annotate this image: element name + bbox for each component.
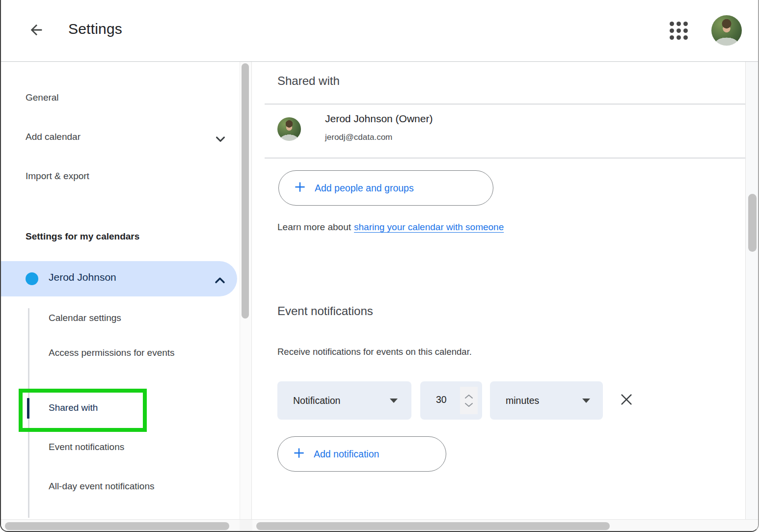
notification-minutes-value: 30: [436, 394, 447, 405]
close-x-icon: [619, 392, 634, 409]
sidebar-horizontal-scrollbar-thumb[interactable]: [5, 522, 229, 530]
page-title: Settings: [68, 21, 122, 37]
calendar-color-dot: [26, 272, 38, 285]
plus-icon: [293, 447, 305, 462]
chevron-down-icon[interactable]: [213, 132, 228, 148]
plus-icon: [294, 181, 306, 196]
settings-window: Settings General Add calendar Import & e…: [0, 0, 759, 532]
caret-down-icon: [582, 399, 590, 403]
sidebar-item-shared-with[interactable]: Shared with: [49, 398, 98, 418]
shared-with-heading: Shared with: [277, 74, 340, 88]
sidebar-item-calendar-settings[interactable]: Calendar settings: [49, 308, 121, 328]
event-notifications-heading: Event notifications: [277, 304, 373, 318]
add-people-label: Add people and groups: [315, 183, 414, 194]
owner-avatar: [277, 117, 301, 141]
main-scrollbar-thumb[interactable]: [748, 194, 757, 252]
notification-type-value: Notification: [293, 395, 340, 406]
sidebar-item-access-permissions[interactable]: Access permissions for events: [49, 343, 201, 363]
sidebar-item-add-calendar[interactable]: Add calendar: [26, 129, 81, 145]
notification-type-select[interactable]: Notification: [277, 381, 411, 420]
active-item-indicator: [27, 398, 29, 419]
notification-unit-value: minutes: [506, 395, 539, 406]
learn-more-prefix: Learn more about: [277, 222, 351, 232]
sidebar-item-import-export[interactable]: Import & export: [26, 168, 89, 184]
main-horizontal-scrollbar-thumb[interactable]: [256, 522, 610, 530]
google-apps-grid-icon[interactable]: [669, 21, 688, 40]
add-notification-button[interactable]: Add notification: [277, 436, 446, 472]
stepper-down-icon[interactable]: [464, 402, 473, 407]
sidebar-section-title: Settings for my calendars: [26, 231, 139, 242]
number-stepper[interactable]: [460, 387, 478, 414]
notification-unit-select[interactable]: minutes: [490, 381, 603, 420]
sidebar-item-event-notifications[interactable]: Event notifications: [49, 437, 124, 457]
account-avatar[interactable]: [711, 15, 742, 46]
notification-minutes-input[interactable]: 30: [420, 381, 482, 420]
remove-notification-button[interactable]: [617, 390, 636, 410]
sidebar-item-general[interactable]: General: [26, 90, 59, 106]
calendar-name: Jerod Johnson: [49, 271, 116, 283]
event-notifications-description: Receive notifications for events on this…: [277, 346, 472, 357]
divider: [265, 158, 745, 159]
sidebar-scrollbar-track[interactable]: [240, 62, 252, 519]
owner-name: Jerod Johnson (Owner): [325, 113, 433, 125]
add-notification-label: Add notification: [314, 449, 379, 460]
bottom-scrollbar-area: [1, 519, 758, 532]
chevron-up-icon[interactable]: [212, 273, 228, 291]
learn-more-text: Learn more aboutsharing your calendar wi…: [277, 222, 504, 233]
sidebar-scrollbar-thumb[interactable]: [242, 63, 249, 319]
sidebar-calendar-jerod-johnson[interactable]: Jerod Johnson: [1, 261, 237, 296]
sharing-calendar-link[interactable]: sharing your calendar with someone: [354, 222, 504, 232]
back-button[interactable]: [26, 20, 47, 41]
sidebar-item-all-day-event-notifications[interactable]: All-day event notifications: [49, 477, 154, 496]
caret-down-icon: [390, 399, 398, 403]
main-scrollbar-track[interactable]: [745, 62, 759, 519]
owner-email: jerodj@cdata.com: [325, 133, 392, 142]
arrow-left-icon: [28, 22, 45, 40]
add-people-and-groups-button[interactable]: Add people and groups: [278, 170, 493, 206]
scrollbar-corner: [240, 520, 252, 532]
stepper-up-icon[interactable]: [464, 394, 473, 399]
top-app-bar: Settings: [1, 0, 758, 62]
divider: [265, 104, 745, 105]
